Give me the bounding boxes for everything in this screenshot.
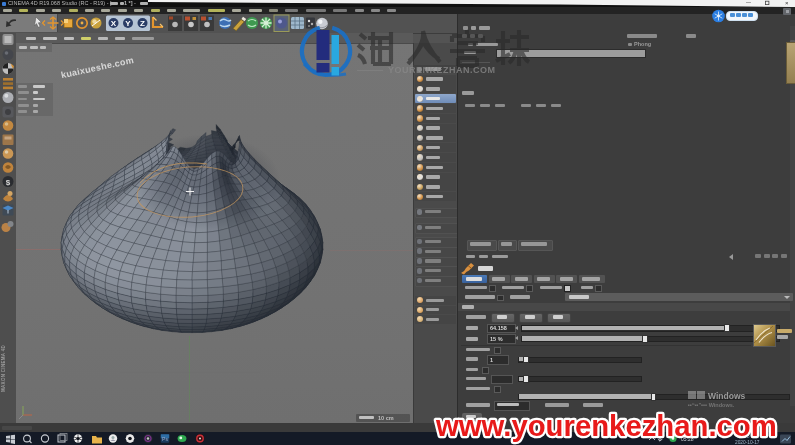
svg-text:Ps: Ps <box>162 436 168 442</box>
svg-text:www.yourenkezhan.com: www.yourenkezhan.com <box>435 409 777 442</box>
